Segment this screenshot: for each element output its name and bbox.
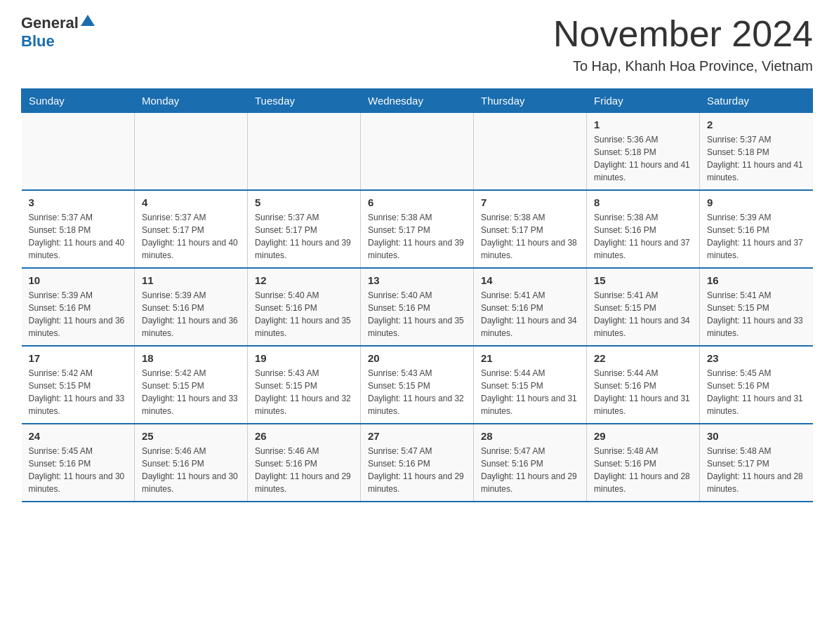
header-monday: Monday [135, 89, 248, 113]
day-number: 8 [594, 196, 692, 208]
day-number: 23 [707, 352, 806, 364]
day-number: 27 [368, 430, 466, 442]
calendar-cell: 22Sunrise: 5:44 AM Sunset: 5:16 PM Dayli… [587, 346, 700, 424]
day-info: Sunrise: 5:42 AM Sunset: 5:15 PM Dayligh… [29, 367, 128, 417]
day-info: Sunrise: 5:38 AM Sunset: 5:16 PM Dayligh… [594, 211, 692, 262]
day-info: Sunrise: 5:41 AM Sunset: 5:15 PM Dayligh… [707, 289, 806, 340]
day-info: Sunrise: 5:42 AM Sunset: 5:15 PM Dayligh… [142, 367, 240, 417]
day-number: 16 [707, 274, 806, 286]
day-info: Sunrise: 5:37 AM Sunset: 5:18 PM Dayligh… [29, 211, 128, 262]
day-number: 14 [481, 274, 579, 286]
calendar-header-row: SundayMondayTuesdayWednesdayThursdayFrid… [22, 89, 813, 113]
day-number: 10 [29, 274, 128, 286]
week-row-3: 10Sunrise: 5:39 AM Sunset: 5:16 PM Dayli… [22, 268, 813, 346]
calendar-cell: 14Sunrise: 5:41 AM Sunset: 5:16 PM Dayli… [474, 268, 587, 346]
day-number: 9 [707, 196, 806, 208]
day-number: 4 [142, 196, 240, 208]
day-number: 20 [368, 352, 466, 364]
calendar-cell: 23Sunrise: 5:45 AM Sunset: 5:16 PM Dayli… [700, 346, 813, 424]
calendar-cell: 20Sunrise: 5:43 AM Sunset: 5:15 PM Dayli… [361, 346, 474, 424]
day-number: 12 [255, 274, 353, 286]
day-info: Sunrise: 5:41 AM Sunset: 5:15 PM Dayligh… [594, 289, 692, 340]
header-tuesday: Tuesday [248, 89, 361, 113]
day-number: 7 [481, 196, 579, 208]
header-friday: Friday [587, 89, 700, 113]
calendar-cell: 15Sunrise: 5:41 AM Sunset: 5:15 PM Dayli… [587, 268, 700, 346]
day-info: Sunrise: 5:44 AM Sunset: 5:15 PM Dayligh… [481, 367, 579, 417]
week-row-2: 3Sunrise: 5:37 AM Sunset: 5:18 PM Daylig… [22, 190, 813, 268]
day-number: 3 [29, 196, 128, 208]
calendar-table: SundayMondayTuesdayWednesdayThursdayFrid… [21, 88, 813, 502]
day-number: 1 [594, 119, 692, 130]
logo-general-text: General [21, 14, 79, 32]
calendar-cell: 21Sunrise: 5:44 AM Sunset: 5:15 PM Dayli… [474, 346, 587, 424]
day-info: Sunrise: 5:45 AM Sunset: 5:16 PM Dayligh… [29, 445, 128, 495]
location-title: To Hap, Khanh Hoa Province, Vietnam [553, 58, 813, 74]
calendar-cell: 5Sunrise: 5:37 AM Sunset: 5:17 PM Daylig… [248, 190, 361, 268]
day-info: Sunrise: 5:37 AM Sunset: 5:18 PM Dayligh… [707, 133, 806, 184]
week-row-5: 24Sunrise: 5:45 AM Sunset: 5:16 PM Dayli… [22, 424, 813, 502]
day-info: Sunrise: 5:43 AM Sunset: 5:15 PM Dayligh… [368, 367, 466, 417]
day-number: 17 [29, 352, 128, 364]
calendar-cell: 17Sunrise: 5:42 AM Sunset: 5:15 PM Dayli… [22, 346, 135, 424]
calendar-cell: 3Sunrise: 5:37 AM Sunset: 5:18 PM Daylig… [22, 190, 135, 268]
day-number: 18 [142, 352, 240, 364]
day-info: Sunrise: 5:48 AM Sunset: 5:16 PM Dayligh… [594, 445, 692, 495]
week-row-1: 1Sunrise: 5:36 AM Sunset: 5:18 PM Daylig… [22, 113, 813, 191]
day-info: Sunrise: 5:47 AM Sunset: 5:16 PM Dayligh… [368, 445, 466, 495]
page-header: General Blue November 2024 To Hap, Khanh… [21, 14, 813, 74]
calendar-cell [474, 113, 587, 191]
day-number: 15 [594, 274, 692, 286]
logo: General Blue [21, 14, 95, 51]
calendar-cell [361, 113, 474, 191]
day-info: Sunrise: 5:39 AM Sunset: 5:16 PM Dayligh… [142, 289, 240, 340]
calendar-cell: 19Sunrise: 5:43 AM Sunset: 5:15 PM Dayli… [248, 346, 361, 424]
calendar-cell: 26Sunrise: 5:46 AM Sunset: 5:16 PM Dayli… [248, 424, 361, 502]
day-info: Sunrise: 5:39 AM Sunset: 5:16 PM Dayligh… [29, 289, 128, 340]
header-sunday: Sunday [22, 89, 135, 113]
day-number: 26 [255, 430, 353, 442]
calendar-cell: 28Sunrise: 5:47 AM Sunset: 5:16 PM Dayli… [474, 424, 587, 502]
day-info: Sunrise: 5:46 AM Sunset: 5:16 PM Dayligh… [142, 445, 240, 495]
calendar-cell: 9Sunrise: 5:39 AM Sunset: 5:16 PM Daylig… [700, 190, 813, 268]
calendar-cell [248, 113, 361, 191]
calendar-cell: 16Sunrise: 5:41 AM Sunset: 5:15 PM Dayli… [700, 268, 813, 346]
week-row-4: 17Sunrise: 5:42 AM Sunset: 5:15 PM Dayli… [22, 346, 813, 424]
day-info: Sunrise: 5:40 AM Sunset: 5:16 PM Dayligh… [368, 289, 466, 340]
day-info: Sunrise: 5:43 AM Sunset: 5:15 PM Dayligh… [255, 367, 353, 417]
day-number: 5 [255, 196, 353, 208]
calendar-cell: 4Sunrise: 5:37 AM Sunset: 5:17 PM Daylig… [135, 190, 248, 268]
day-number: 29 [594, 430, 692, 442]
day-number: 21 [481, 352, 579, 364]
day-number: 28 [481, 430, 579, 442]
day-number: 6 [368, 196, 466, 208]
day-number: 22 [594, 352, 692, 364]
day-info: Sunrise: 5:37 AM Sunset: 5:17 PM Dayligh… [255, 211, 353, 262]
header-thursday: Thursday [474, 89, 587, 113]
day-info: Sunrise: 5:45 AM Sunset: 5:16 PM Dayligh… [707, 367, 806, 417]
day-info: Sunrise: 5:38 AM Sunset: 5:17 PM Dayligh… [481, 211, 579, 262]
day-info: Sunrise: 5:48 AM Sunset: 5:17 PM Dayligh… [707, 445, 806, 495]
calendar-cell: 2Sunrise: 5:37 AM Sunset: 5:18 PM Daylig… [700, 113, 813, 191]
day-info: Sunrise: 5:36 AM Sunset: 5:18 PM Dayligh… [594, 133, 692, 184]
day-info: Sunrise: 5:38 AM Sunset: 5:17 PM Dayligh… [368, 211, 466, 262]
header-wednesday: Wednesday [361, 89, 474, 113]
day-number: 2 [707, 119, 806, 130]
title-area: November 2024 To Hap, Khanh Hoa Province… [553, 14, 813, 74]
calendar-cell: 8Sunrise: 5:38 AM Sunset: 5:16 PM Daylig… [587, 190, 700, 268]
day-number: 30 [707, 430, 806, 442]
calendar-cell: 7Sunrise: 5:38 AM Sunset: 5:17 PM Daylig… [474, 190, 587, 268]
calendar-cell: 24Sunrise: 5:45 AM Sunset: 5:16 PM Dayli… [22, 424, 135, 502]
calendar-cell: 11Sunrise: 5:39 AM Sunset: 5:16 PM Dayli… [135, 268, 248, 346]
day-number: 19 [255, 352, 353, 364]
calendar-cell: 27Sunrise: 5:47 AM Sunset: 5:16 PM Dayli… [361, 424, 474, 502]
logo-triangle-icon [81, 15, 95, 26]
day-info: Sunrise: 5:40 AM Sunset: 5:16 PM Dayligh… [255, 289, 353, 340]
calendar-cell: 25Sunrise: 5:46 AM Sunset: 5:16 PM Dayli… [135, 424, 248, 502]
day-info: Sunrise: 5:44 AM Sunset: 5:16 PM Dayligh… [594, 367, 692, 417]
day-info: Sunrise: 5:46 AM Sunset: 5:16 PM Dayligh… [255, 445, 353, 495]
calendar-cell: 18Sunrise: 5:42 AM Sunset: 5:15 PM Dayli… [135, 346, 248, 424]
calendar-cell: 30Sunrise: 5:48 AM Sunset: 5:17 PM Dayli… [700, 424, 813, 502]
day-number: 25 [142, 430, 240, 442]
header-saturday: Saturday [700, 89, 813, 113]
